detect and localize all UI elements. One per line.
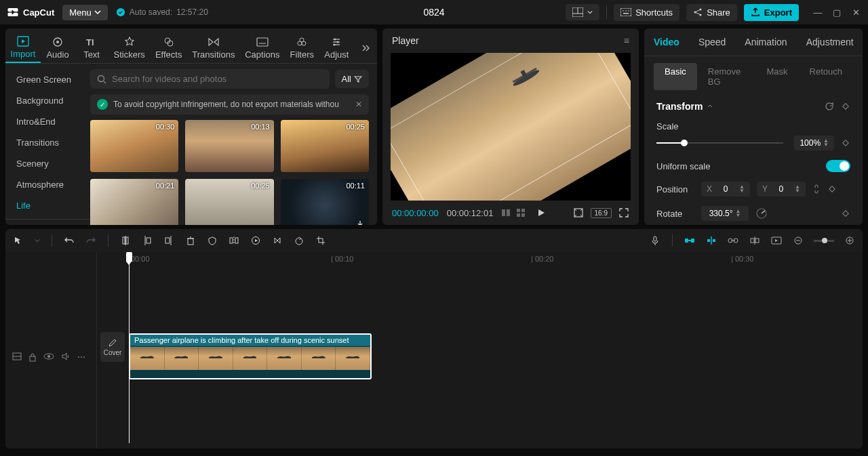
link-icon[interactable] <box>812 184 821 194</box>
timeline-tracks[interactable]: 00:00 | 00:10 | 00:20 | 00:30 Passenger … <box>97 252 863 449</box>
video-clip[interactable]: Passenger airplane is climbing after tak… <box>129 333 372 379</box>
link-tracks-button[interactable] <box>727 234 739 247</box>
player-menu-button[interactable]: ≡ <box>624 35 629 46</box>
media-thumb[interactable]: 00:30 <box>90 120 178 172</box>
pointer-tool[interactable] <box>12 234 24 247</box>
rotate-tool[interactable] <box>293 234 305 247</box>
timeline-ruler[interactable]: 00:00 | 00:10 | 00:20 | 00:30 <box>97 252 863 267</box>
search-input[interactable] <box>112 74 323 84</box>
maximize-button[interactable]: ▢ <box>831 7 842 18</box>
scale-slider[interactable] <box>656 142 783 144</box>
undo-button[interactable] <box>63 234 75 247</box>
rail-tab-transitions[interactable]: Transitions <box>187 33 240 62</box>
redo-button[interactable] <box>85 234 97 247</box>
sidebar-item-scenery[interactable]: Scenery <box>5 153 90 174</box>
close-button[interactable]: ✕ <box>850 7 861 18</box>
track-lock-icon[interactable] <box>28 352 37 362</box>
shortcuts-button[interactable]: Shortcuts <box>614 4 679 21</box>
delete-tool[interactable] <box>184 234 197 247</box>
sidebar-item-life[interactable]: Life <box>5 195 90 216</box>
inspector-tab-video[interactable]: Video <box>644 28 689 56</box>
shield-tool[interactable] <box>206 234 218 247</box>
track-collapse-icon[interactable] <box>12 352 22 360</box>
play-button[interactable] <box>536 208 546 217</box>
split-right-tool[interactable] <box>163 234 175 247</box>
close-warning-button[interactable]: ✕ <box>355 100 362 109</box>
media-thumb[interactable]: 00:11 <box>281 179 369 225</box>
menu-button[interactable]: Menu <box>62 5 108 20</box>
split-tool[interactable] <box>119 234 132 247</box>
sidebar-item-transitions[interactable]: Transitions <box>5 132 90 153</box>
rotate-value-box[interactable]: 330.5°▲▼ <box>701 206 749 221</box>
share-button[interactable]: Share <box>686 4 737 21</box>
inspector-tab-animation[interactable]: Animation <box>735 28 796 56</box>
minimize-button[interactable]: — <box>812 7 823 18</box>
subtab-basic[interactable]: Basic <box>654 63 697 90</box>
sidebar-item-background[interactable]: Background <box>5 90 90 111</box>
pointer-dropdown[interactable] <box>34 234 41 247</box>
keyframe-icon[interactable] <box>841 102 850 111</box>
keyframe-icon[interactable] <box>841 138 850 148</box>
rail-tab-text[interactable]: TIText <box>75 33 108 62</box>
collapse-icon[interactable] <box>707 103 713 110</box>
player-title: Player <box>392 35 419 46</box>
export-button[interactable]: Export <box>744 4 799 21</box>
zoom-slider[interactable] <box>814 240 834 242</box>
rail-tab-filters[interactable]: Filters <box>285 33 319 62</box>
zoom-in-button[interactable] <box>844 234 856 247</box>
player-viewport[interactable] <box>391 53 631 201</box>
layout-button[interactable] <box>566 4 599 20</box>
zoom-out-button[interactable] <box>792 234 804 247</box>
media-thumb[interactable]: 00:13 <box>185 120 273 172</box>
inspector-tab-adjustment[interactable]: Adjustment <box>797 28 863 56</box>
scale-fit-icon[interactable] <box>573 207 584 218</box>
scale-value-box[interactable]: 100%▲▼ <box>794 136 834 150</box>
sidebar-item-intro-end[interactable]: Intro&End <box>5 111 90 132</box>
reset-icon[interactable] <box>825 102 834 111</box>
download-icon[interactable] <box>355 220 365 225</box>
rail-tab-import[interactable]: Import <box>5 33 41 63</box>
subtab-mask[interactable]: Mask <box>756 63 799 90</box>
rail-tab-captions[interactable]: Captions <box>240 33 285 62</box>
snap-button[interactable] <box>705 234 717 247</box>
position-y-input[interactable]: Y0▲▼ <box>757 182 806 196</box>
position-x-input[interactable]: X0▲▼ <box>701 182 750 196</box>
search-box[interactable] <box>90 69 330 89</box>
sidebar-item-green-screen[interactable]: Green Screen <box>5 69 90 90</box>
compare-icon[interactable] <box>501 208 511 217</box>
aspect-ratio[interactable]: 16:9 <box>591 208 612 218</box>
uniform-scale-toggle[interactable] <box>826 160 850 172</box>
media-thumb[interactable]: 00:25 <box>281 120 369 172</box>
inspector-tab-speed[interactable]: Speed <box>689 28 735 56</box>
media-thumb[interactable]: 00:21 <box>90 179 178 225</box>
rail-tab-stickers[interactable]: Stickers <box>108 33 150 62</box>
split-left-tool[interactable] <box>141 234 153 247</box>
subtab-remove-bg[interactable]: Remove BG <box>697 63 756 90</box>
align-button[interactable] <box>749 234 761 247</box>
magnet-button[interactable] <box>684 234 696 247</box>
mic-button[interactable] <box>649 234 661 247</box>
subtab-retouch[interactable]: Retouch <box>799 63 853 90</box>
sidebar-item-atmosphere[interactable]: Atmosphere <box>5 174 90 195</box>
grid-icon[interactable] <box>516 208 526 217</box>
mirror-tool[interactable] <box>228 234 240 247</box>
rotate-dial-icon[interactable] <box>755 207 768 220</box>
rail-tab-effects[interactable]: Effects <box>150 33 187 62</box>
sidebar-item-brand-assets[interactable]: ▸ Brand assets <box>5 219 90 225</box>
fullscreen-icon[interactable] <box>618 207 629 218</box>
track-more[interactable]: ⋯ <box>77 352 85 362</box>
speed-tool[interactable] <box>250 234 262 247</box>
media-thumb[interactable]: 00:25 <box>185 179 273 225</box>
rail-tab-adjust[interactable]: Adjust <box>319 33 354 62</box>
track-visibility-icon[interactable] <box>43 352 54 360</box>
flip-h-tool[interactable] <box>271 234 283 247</box>
track-mute-icon[interactable] <box>61 352 71 360</box>
playhead[interactable] <box>129 252 130 443</box>
keyframe-icon[interactable] <box>841 209 850 218</box>
preview-track-button[interactable] <box>770 234 783 247</box>
crop-tool[interactable] <box>315 234 327 247</box>
keyframe-icon[interactable] <box>827 184 837 194</box>
rail-more-button[interactable] <box>354 43 377 53</box>
rail-tab-audio[interactable]: Audio <box>41 33 75 62</box>
filter-all-button[interactable]: All <box>335 70 369 88</box>
